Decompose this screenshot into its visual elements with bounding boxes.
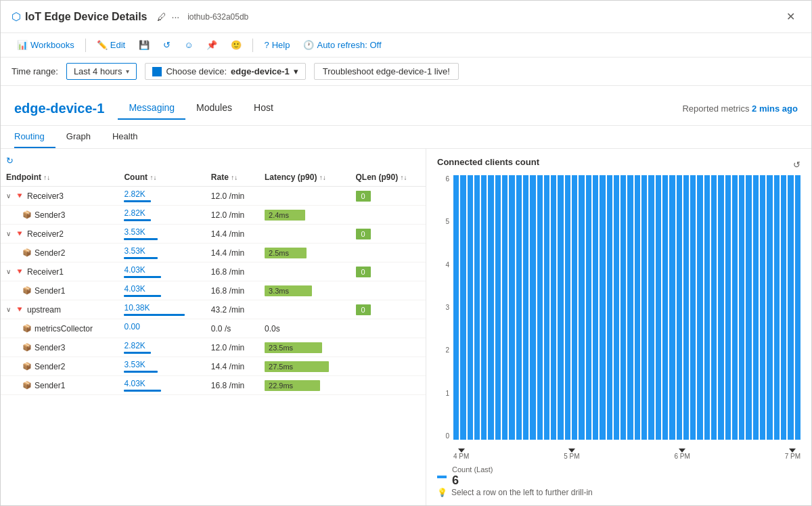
- endpoint-cell: 📦 metricsCollector: [1, 319, 118, 338]
- sort-endpoint-icon[interactable]: ↑↓: [43, 174, 50, 181]
- chart-bar-item: [781, 175, 786, 440]
- chart-refresh-button[interactable]: ↺: [793, 160, 800, 170]
- tab-host[interactable]: Host: [243, 97, 284, 120]
- sub-tab-routing[interactable]: Routing: [14, 126, 55, 148]
- refresh-button[interactable]: ↺: [158, 37, 176, 53]
- chart-bar-item: [732, 175, 738, 440]
- expand-icon[interactable]: ∨: [6, 192, 11, 200]
- tab-modules[interactable]: Modules: [185, 97, 243, 120]
- device-dropdown[interactable]: Choose device: edge-device-1 ▾: [145, 63, 305, 80]
- chart-bar-item: [495, 175, 501, 440]
- rate-cell: 43.2 /min: [206, 300, 259, 319]
- count-value: 2.82K: [124, 189, 200, 199]
- table-row[interactable]: 📦 Sender1 4.03K 16.8 /min 22.9ms: [1, 376, 426, 395]
- rate-cell: 0.0 /s: [206, 319, 259, 338]
- count-value: 4.03K: [124, 284, 200, 294]
- endpoint-cell: 📦 Sender3: [1, 338, 118, 357]
- workbooks-button[interactable]: 📊 Workbooks: [12, 37, 80, 53]
- latency-cell: [259, 300, 350, 319]
- sort-count-icon[interactable]: ↑↓: [150, 174, 156, 181]
- count-value: 0.00: [124, 322, 200, 331]
- qlen-cell: [351, 206, 426, 225]
- sort-latency-icon[interactable]: ↑↓: [319, 174, 326, 181]
- table-row[interactable]: ∨ 🔻 Receiver1 4.03K 16.8 /min 0: [1, 262, 426, 281]
- latency-bar: 2.5ms: [265, 248, 307, 258]
- count-bar: [124, 390, 161, 392]
- chart-bar-item: [767, 175, 772, 440]
- rate-cell: 14.4 /min: [206, 225, 259, 244]
- upstream-icon: 🔻: [15, 305, 24, 314]
- tab-messaging[interactable]: Messaging: [118, 97, 185, 120]
- chart-bar-item: [551, 175, 556, 440]
- sub-tab-graph[interactable]: Graph: [55, 126, 102, 148]
- table-row[interactable]: 📦 Sender1 4.03K 16.8 /min 3.3ms: [1, 281, 426, 300]
- chart-bar-item: [488, 175, 493, 440]
- pin-button[interactable]: 🖊: [154, 10, 169, 24]
- qlen-cell: [351, 338, 426, 357]
- table-row[interactable]: 📦 Sender2 3.53K 14.4 /min 2.5ms: [1, 244, 426, 262]
- table-row[interactable]: 📦 metricsCollector 0.00 0.0 /s 0.0s: [1, 319, 426, 338]
- endpoint-name: upstream: [27, 305, 61, 315]
- endpoint-cell: 📦 Sender3: [1, 206, 118, 225]
- window-title: IoT Edge Device Details: [25, 11, 148, 23]
- save-button[interactable]: 💾: [133, 37, 155, 53]
- help-button[interactable]: ? Help: [258, 37, 295, 53]
- edit-button[interactable]: ✏️ Edit: [91, 37, 131, 53]
- troubleshoot-button[interactable]: Troubleshoot edge-device-1 live!: [314, 63, 459, 80]
- chart-legend: Count (Last) 6: [437, 465, 800, 488]
- feedback-button[interactable]: ☺: [179, 37, 198, 53]
- endpoint-name: Sender2: [35, 248, 65, 258]
- chart-bar-item: [641, 175, 647, 440]
- expand-icon[interactable]: ∨: [6, 306, 11, 313]
- table-row[interactable]: 📦 Sender2 3.53K 14.4 /min 27.5ms: [1, 357, 426, 376]
- chevron-down-icon: ▾: [126, 68, 129, 75]
- col-endpoint: Endpoint ↑↓: [1, 168, 118, 187]
- autorefresh-button[interactable]: 🕐 Auto refresh: Off: [298, 37, 386, 53]
- time-range-dropdown[interactable]: Last 4 hours ▾: [66, 63, 137, 80]
- sender-icon: 📦: [22, 381, 32, 390]
- table-row[interactable]: 📦 Sender3 2.82K 12.0 /min 23.5ms: [1, 338, 426, 357]
- main-tabs: Messaging Modules Host: [118, 97, 284, 120]
- latency-bar: 2.4ms: [265, 210, 305, 221]
- more-button[interactable]: ···: [169, 10, 183, 24]
- count-value: 4.03K: [124, 379, 200, 388]
- sort-qlen-icon[interactable]: ↑↓: [401, 174, 407, 181]
- chart-bar-item: [788, 175, 793, 440]
- pin-toolbar-button[interactable]: 📌: [201, 37, 223, 53]
- chart-bar-item: [516, 175, 522, 440]
- table-row[interactable]: ∨ 🔻 upstream 10.38K 43.2 /min 0: [1, 300, 426, 319]
- endpoint-name: Receiver3: [27, 191, 64, 201]
- qlen-cell: 0: [351, 225, 426, 244]
- receiver-icon: 🔻: [15, 229, 24, 238]
- save-icon: 💾: [139, 40, 150, 50]
- emoji-button[interactable]: 🙂: [225, 37, 247, 53]
- edit-icon: ✏️: [97, 40, 108, 50]
- col-qlen: QLen (p90) ↑↓: [351, 168, 426, 187]
- x-tick-label: 7 PM: [785, 453, 800, 460]
- latency-cell: 23.5ms: [259, 338, 350, 357]
- chart-bar-item: [607, 175, 612, 440]
- chart-bar-item: [704, 175, 710, 440]
- x-axis-tick: 4 PM: [453, 448, 469, 460]
- endpoint-cell: 📦 Sender1: [1, 281, 118, 300]
- refresh-spin-icon[interactable]: ↻: [6, 156, 14, 166]
- chart-bars: [453, 175, 800, 440]
- qlen-bar: 0: [356, 229, 371, 239]
- close-button[interactable]: ✕: [781, 7, 800, 26]
- table-row[interactable]: 📦 Sender3 2.82K 12.0 /min 2.4ms: [1, 206, 426, 225]
- chart-y-axis: 6543210: [437, 175, 451, 440]
- col-rate: Rate ↑↓: [206, 168, 259, 187]
- expand-icon[interactable]: ∨: [6, 230, 11, 237]
- chart-bar-item: [711, 175, 717, 440]
- count-bar: [124, 371, 158, 373]
- expand-icon[interactable]: ∨: [6, 268, 11, 275]
- sort-rate-icon[interactable]: ↑↓: [231, 174, 238, 181]
- count-cell: 0.00: [118, 319, 205, 338]
- table-row[interactable]: ∨ 🔻 Receiver3 2.82K 12.0 /min 0: [1, 187, 426, 206]
- sub-tab-health[interactable]: Health: [102, 126, 149, 148]
- table-row[interactable]: ∨ 🔻 Receiver2 3.53K 14.4 /min 0: [1, 225, 426, 244]
- bulb-icon: 💡: [437, 488, 447, 497]
- routing-table: Endpoint ↑↓ Count ↑↓ Rate ↑↓: [1, 168, 426, 395]
- qlen-bar: 0: [356, 267, 371, 277]
- chart-bar-item: [627, 175, 633, 440]
